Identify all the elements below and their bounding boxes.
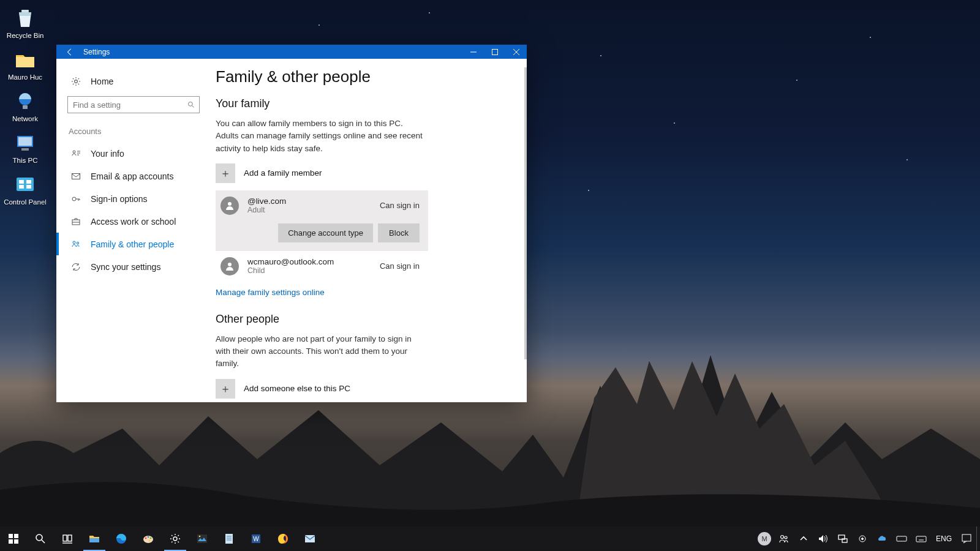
svg-rect-5: [21, 148, 29, 151]
plus-icon: ＋: [216, 379, 235, 399]
svg-rect-0: [21, 10, 29, 12]
tray-onedrive-icon[interactable]: [872, 527, 892, 551]
family-member-row[interactable]: wcmauro@outlook.com Child Can sign in: [216, 251, 428, 282]
svg-point-43: [199, 536, 201, 538]
desktop-icon-control-panel[interactable]: Control Panel: [2, 170, 48, 212]
svg-rect-19: [72, 173, 80, 179]
taskbar-app-photos[interactable]: [189, 527, 216, 551]
block-button[interactable]: Block: [378, 223, 420, 242]
avatar-icon: [221, 197, 239, 215]
tray-language[interactable]: ENG: [931, 534, 957, 543]
search-input[interactable]: [67, 96, 200, 113]
taskbar-app-edge[interactable]: [108, 527, 135, 551]
page-title: Family & other people: [216, 67, 511, 86]
member-role: Adult: [247, 206, 380, 214]
user-folder-icon: [14, 49, 36, 71]
svg-rect-2: [23, 105, 28, 109]
close-button[interactable]: [505, 45, 527, 59]
sync-icon: [71, 262, 81, 272]
tray-keyboard-icon[interactable]: [911, 527, 931, 551]
start-button[interactable]: [0, 527, 27, 551]
change-account-type-button[interactable]: Change account type: [278, 223, 373, 242]
briefcase-icon: [71, 217, 81, 227]
svg-rect-27: [14, 534, 18, 538]
desktop-icon-label: Mauro Huc: [8, 73, 42, 81]
svg-point-18: [73, 151, 75, 153]
control-panel-icon: [14, 174, 36, 196]
avatar-icon: [221, 257, 239, 276]
sidebar-item-family[interactable]: Family & other people: [56, 233, 211, 255]
svg-point-20: [72, 197, 76, 201]
tray-network-icon[interactable]: [833, 527, 853, 551]
content-pane: Family & other people Your family You ca…: [211, 59, 527, 402]
sidebar-item-label: Email & app accounts: [91, 171, 173, 181]
tray-volume-icon[interactable]: [813, 527, 833, 551]
desktop-icon-this-pc[interactable]: This PC: [2, 129, 48, 170]
sidebar-item-email-accounts[interactable]: Email & app accounts: [56, 165, 211, 187]
taskbar-app-notepad[interactable]: [216, 527, 243, 551]
family-description: You can allow family members to sign in …: [216, 118, 424, 155]
svg-point-39: [150, 538, 152, 539]
svg-point-50: [785, 536, 787, 539]
sidebar-item-sync[interactable]: Sync your settings: [56, 255, 211, 278]
taskbar-app-mail[interactable]: [296, 527, 323, 551]
taskview-button[interactable]: [54, 527, 81, 551]
tray-chevron-up[interactable]: [794, 527, 813, 551]
settings-window: Settings Home Accounts: [56, 45, 527, 402]
svg-point-37: [145, 538, 147, 539]
sidebar-home[interactable]: Home: [56, 70, 211, 92]
family-member-row[interactable]: @live.com Adult Can sign in Change accou…: [216, 190, 428, 251]
minimize-button[interactable]: [462, 45, 484, 59]
tray-action-center-icon[interactable]: [957, 527, 976, 551]
sidebar-item-your-info[interactable]: Your info: [56, 142, 211, 165]
tray-user[interactable]: M: [755, 527, 774, 551]
tray-people[interactable]: [774, 527, 794, 551]
search-button[interactable]: [27, 527, 54, 551]
taskbar: W M ENG: [0, 527, 980, 551]
user-avatar-icon: M: [758, 532, 771, 545]
svg-point-30: [36, 534, 42, 541]
svg-rect-7: [19, 180, 24, 184]
taskbar-app-firefox[interactable]: [270, 527, 296, 551]
family-heading: Your family: [216, 97, 511, 110]
plus-icon: ＋: [216, 163, 235, 183]
show-desktop-button[interactable]: [976, 527, 980, 551]
network-icon: [14, 91, 36, 113]
taskbar-app-paint[interactable]: [135, 527, 162, 551]
desktop-icon-user-folder[interactable]: Mauro Huc: [2, 45, 48, 87]
tray-input-icon[interactable]: [892, 527, 911, 551]
scrollbar[interactable]: [524, 67, 527, 359]
svg-point-15: [75, 80, 78, 83]
desktop-icon-network[interactable]: Network: [2, 87, 48, 129]
add-other-user[interactable]: ＋ Add someone else to this PC: [216, 379, 511, 399]
svg-point-25: [228, 263, 232, 266]
desktop-icon-label: Network: [12, 115, 38, 122]
svg-point-49: [780, 536, 783, 539]
titlebar[interactable]: Settings: [56, 45, 527, 59]
taskbar-app-settings[interactable]: [162, 527, 189, 551]
svg-rect-26: [9, 534, 13, 538]
back-button[interactable]: [56, 45, 83, 59]
add-family-label: Add a family member: [244, 168, 322, 178]
desktop-icon-recycle-bin[interactable]: Recycle Bin: [2, 4, 48, 45]
svg-point-24: [228, 202, 232, 206]
person-card-icon: [71, 149, 81, 159]
taskbar-app-word[interactable]: W: [243, 527, 270, 551]
search-icon: [187, 100, 195, 111]
tray-location-icon[interactable]: [853, 527, 872, 551]
member-email: @live.com: [247, 197, 380, 206]
manage-family-link[interactable]: Manage family settings online: [216, 288, 325, 297]
window-title: Settings: [83, 48, 462, 56]
desktop-icons: Recycle Bin Mauro Huc Network This PC Co…: [2, 4, 51, 212]
sidebar: Home Accounts Your info Email & app acco…: [56, 59, 211, 402]
svg-rect-29: [14, 539, 18, 544]
sidebar-item-signin-options[interactable]: Sign-in options: [56, 187, 211, 210]
svg-line-17: [192, 106, 194, 108]
svg-text:W: W: [253, 536, 259, 542]
taskbar-app-explorer[interactable]: [81, 527, 108, 551]
member-status: Can sign in: [380, 261, 423, 271]
desktop-icon-label: Control Panel: [4, 198, 47, 206]
add-family-member[interactable]: ＋ Add a family member: [216, 163, 428, 183]
sidebar-item-access-work[interactable]: Access work or school: [56, 210, 211, 233]
maximize-button[interactable]: [484, 45, 505, 59]
